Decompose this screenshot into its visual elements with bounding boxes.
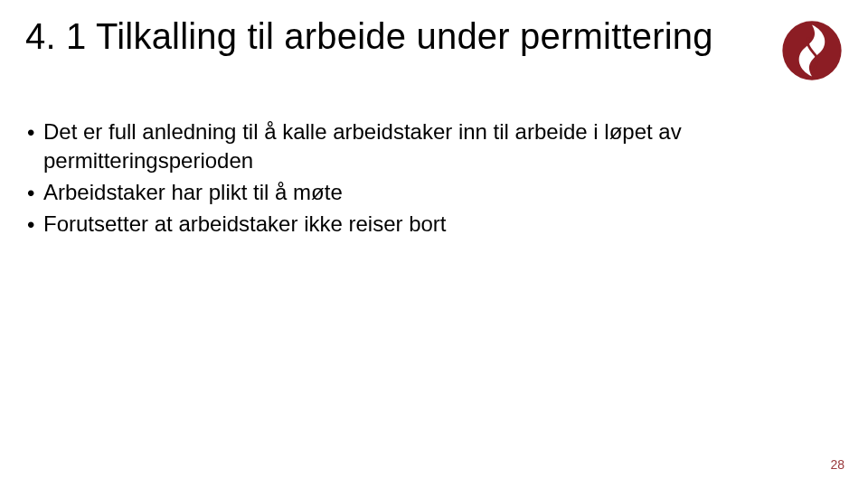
list-item: • Det er full anledning til å kalle arbe… <box>27 117 814 176</box>
bullet-icon: • <box>27 117 43 147</box>
organization-logo <box>781 20 843 81</box>
logo-icon <box>781 20 843 81</box>
list-item: • Arbeidstaker har plikt til å møte <box>27 178 814 208</box>
bullet-text: Forutsetter at arbeidstaker ikke reiser … <box>43 210 814 239</box>
bullet-icon: • <box>27 178 43 208</box>
page-number: 28 <box>830 457 844 472</box>
bullet-text: Arbeidstaker har plikt til å møte <box>43 178 814 207</box>
bullet-text: Det er full anledning til å kalle arbeid… <box>43 117 814 176</box>
bullet-icon: • <box>27 210 43 239</box>
list-item: • Forutsetter at arbeidstaker ikke reise… <box>27 210 814 239</box>
slide-title: 4. 1 Tilkalling til arbeide under permit… <box>25 16 713 57</box>
bullet-list: • Det er full anledning til å kalle arbe… <box>27 117 814 242</box>
